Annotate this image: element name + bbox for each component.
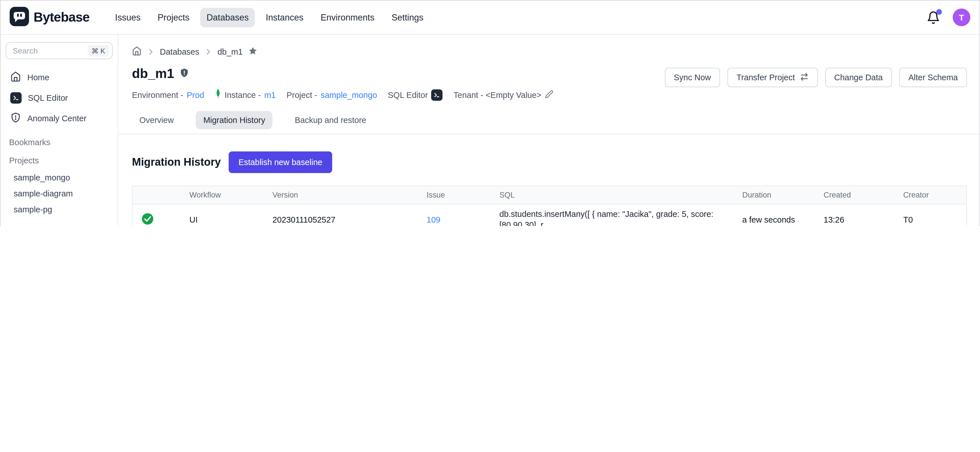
project-link[interactable]: sample_mongo	[320, 90, 377, 99]
nav-settings[interactable]: Settings	[385, 8, 430, 27]
mongodb-leaf-icon	[215, 89, 221, 101]
sidebar-item-sql-editor[interactable]: SQL Editor	[0, 88, 118, 108]
pencil-icon[interactable]	[545, 89, 554, 100]
home-icon	[10, 71, 21, 84]
transfer-project-button[interactable]: Transfer Project	[727, 68, 818, 87]
establish-baseline-button[interactable]: Establish new baseline	[229, 152, 332, 173]
environment-label: Environment -	[132, 90, 183, 99]
migration-history-heading: Migration History	[132, 156, 221, 169]
sql-cell: db.students.insertMany([ { name: "Jacika…	[500, 204, 742, 226]
breadcrumb-current: db_m1	[218, 47, 243, 56]
sidebar-section-projects: Projects	[0, 156, 118, 165]
sidebar-section-bookmarks: Bookmarks	[0, 138, 118, 147]
sidebar-item-anomaly-center[interactable]: Anomaly Center	[0, 108, 118, 129]
change-data-button[interactable]: Change Data	[825, 68, 892, 87]
chevron-right-icon	[204, 48, 212, 56]
favorite-star-icon[interactable]	[248, 46, 258, 57]
bytebase-logo-icon	[10, 6, 29, 28]
shield-status-icon	[179, 67, 189, 81]
transfer-arrows-icon	[799, 72, 808, 83]
tenant-label: Tenant - <Empty Value>	[453, 90, 541, 99]
sidebar: ⌘ K Home SQL Editor	[0, 35, 118, 226]
sidebar-project-sample-diagram[interactable]: sample-diagram	[0, 185, 118, 201]
environment-link[interactable]: Prod	[187, 90, 204, 99]
col-sql: SQL	[500, 186, 742, 204]
alter-schema-button[interactable]: Alter Schema	[899, 68, 967, 87]
database-tabs: Overview Migration History Backup and re…	[118, 111, 980, 134]
version-cell: 20230111052527	[272, 211, 426, 226]
shield-alert-icon	[10, 112, 21, 125]
transfer-project-label: Transfer Project	[737, 73, 795, 82]
sidebar-item-home[interactable]: Home	[0, 67, 118, 88]
terminal-icon[interactable]	[431, 89, 443, 101]
terminal-icon	[10, 92, 22, 104]
nav-projects[interactable]: Projects	[151, 8, 196, 27]
col-workflow: Workflow	[189, 186, 272, 204]
breadcrumb-home-icon[interactable]	[132, 46, 142, 57]
nav-environments[interactable]: Environments	[314, 8, 381, 27]
col-status	[132, 190, 189, 200]
sync-now-button[interactable]: Sync Now	[665, 68, 720, 87]
search-shortcut-badge: ⌘ K	[87, 45, 109, 56]
sidebar-item-label: SQL Editor	[28, 93, 68, 102]
tab-overview[interactable]: Overview	[132, 111, 181, 129]
brand-name: Bytebase	[33, 10, 89, 25]
tab-backup-and-restore[interactable]: Backup and restore	[287, 111, 374, 129]
migration-history-table: Workflow Version Issue SQL Duration Crea…	[132, 185, 967, 226]
col-duration: Duration	[742, 186, 824, 204]
instance-label: Instance -	[225, 90, 261, 99]
notification-dot	[936, 9, 942, 14]
bytebase-window: Bytebase Issues Projects Databases Insta…	[0, 0, 980, 226]
sidebar-project-sample-pg[interactable]: sample-pg	[0, 201, 118, 217]
duration-cell: a few seconds	[742, 211, 824, 226]
table-body: UI 20230111052527 109 db.students.insert…	[132, 204, 966, 226]
avatar[interactable]: T	[953, 8, 970, 26]
nav-instances[interactable]: Instances	[259, 8, 310, 27]
created-cell: 13:26	[824, 211, 903, 226]
chevron-right-icon	[147, 48, 155, 56]
table-header-row: Workflow Version Issue SQL Duration Crea…	[132, 186, 966, 204]
database-meta: Environment - Prod Instance - m1 Project…	[132, 89, 967, 101]
search-box: ⌘ K	[6, 42, 113, 59]
col-issue: Issue	[426, 186, 500, 204]
workflow-cell: UI	[189, 211, 272, 226]
tab-migration-history[interactable]: Migration History	[196, 111, 273, 129]
top-navigation: Bytebase Issues Projects Databases Insta…	[0, 0, 980, 35]
nav-issues[interactable]: Issues	[109, 8, 147, 27]
main-content: Databases db_m1 db_m1 Sync No	[118, 35, 980, 226]
col-created: Created	[824, 186, 903, 204]
project-label: Project -	[286, 90, 317, 99]
breadcrumb-databases[interactable]: Databases	[160, 47, 199, 56]
breadcrumb: Databases db_m1	[132, 46, 967, 57]
instance-link[interactable]: m1	[264, 90, 275, 99]
action-buttons: Sync Now Transfer Project Change Data Al…	[665, 68, 967, 87]
main-nav: Issues Projects Databases Instances Envi…	[109, 8, 430, 27]
table-row[interactable]: UI 20230111052527 109 db.students.insert…	[132, 204, 966, 226]
notifications-bell-icon[interactable]	[926, 11, 940, 24]
col-version: Version	[272, 186, 426, 204]
creator-cell: T0	[903, 211, 966, 226]
nav-databases[interactable]: Databases	[200, 8, 255, 27]
sidebar-item-label: Home	[27, 73, 49, 82]
search-input[interactable]	[11, 46, 82, 56]
brand[interactable]: Bytebase	[10, 6, 89, 28]
sidebar-project-sample-mongo[interactable]: sample_mongo	[0, 169, 118, 185]
status-icon	[142, 213, 154, 225]
col-creator: Creator	[903, 186, 966, 204]
sql-editor-label: SQL Editor	[388, 90, 428, 99]
page-title: db_m1	[132, 66, 174, 81]
issue-link[interactable]: 109	[426, 215, 440, 224]
sidebar-item-label: Anomaly Center	[27, 114, 86, 123]
